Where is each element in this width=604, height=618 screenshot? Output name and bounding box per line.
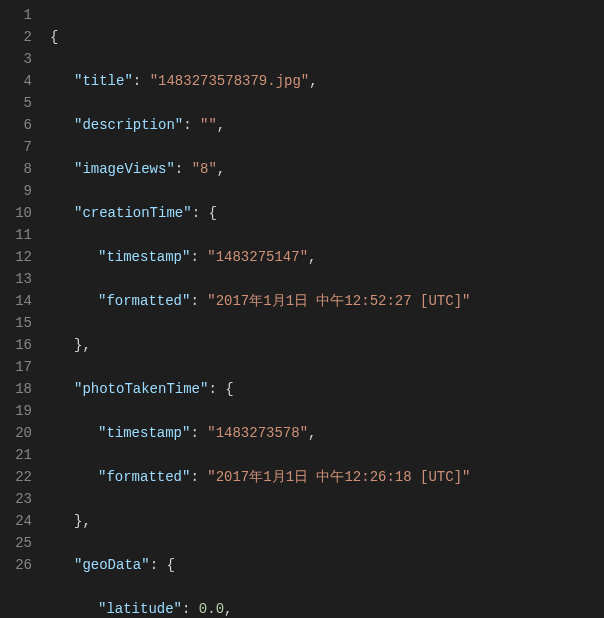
line-number: 14 — [0, 290, 32, 312]
json-key: "creationTime" — [74, 205, 192, 221]
line-number: 15 — [0, 312, 32, 334]
json-string: "" — [200, 117, 217, 133]
json-key: "formatted" — [98, 469, 190, 485]
line-number: 9 — [0, 180, 32, 202]
json-string: "2017年1月1日 中午12:52:27 [UTC]" — [207, 293, 470, 309]
line-number: 12 — [0, 246, 32, 268]
json-string: "2017年1月1日 中午12:26:18 [UTC]" — [207, 469, 470, 485]
json-key: "timestamp" — [98, 249, 190, 265]
line-number: 4 — [0, 70, 32, 92]
line-number: 24 — [0, 510, 32, 532]
json-key: "timestamp" — [98, 425, 190, 441]
line-number-gutter: 1234567891011121314151617181920212223242… — [0, 0, 50, 618]
line-number: 22 — [0, 466, 32, 488]
line-number: 2 — [0, 26, 32, 48]
line-number: 16 — [0, 334, 32, 356]
line-number: 1 — [0, 4, 32, 26]
line-number: 25 — [0, 532, 32, 554]
json-key: "geoData" — [74, 557, 150, 573]
line-number: 8 — [0, 158, 32, 180]
json-string: "1483273578" — [207, 425, 308, 441]
line-number: 6 — [0, 114, 32, 136]
code-editor[interactable]: 1234567891011121314151617181920212223242… — [0, 0, 604, 618]
line-number: 13 — [0, 268, 32, 290]
json-key: "description" — [74, 117, 183, 133]
json-key: "title" — [74, 73, 133, 89]
line-number: 21 — [0, 444, 32, 466]
line-number: 5 — [0, 92, 32, 114]
line-number: 23 — [0, 488, 32, 510]
line-number: 3 — [0, 48, 32, 70]
json-key: "latitude" — [98, 601, 182, 617]
json-key: "imageViews" — [74, 161, 175, 177]
line-number: 11 — [0, 224, 32, 246]
line-number: 10 — [0, 202, 32, 224]
line-number: 7 — [0, 136, 32, 158]
line-number: 26 — [0, 554, 32, 576]
json-string: "1483273578379.jpg" — [150, 73, 310, 89]
line-number: 19 — [0, 400, 32, 422]
json-string: "8" — [192, 161, 217, 177]
line-number: 20 — [0, 422, 32, 444]
code-content[interactable]: { "title": "1483273578379.jpg", "descrip… — [50, 0, 470, 618]
line-number: 17 — [0, 356, 32, 378]
json-key: "formatted" — [98, 293, 190, 309]
json-string: "1483275147" — [207, 249, 308, 265]
line-number: 18 — [0, 378, 32, 400]
json-number: 0.0 — [199, 601, 224, 617]
json-key: "photoTakenTime" — [74, 381, 208, 397]
